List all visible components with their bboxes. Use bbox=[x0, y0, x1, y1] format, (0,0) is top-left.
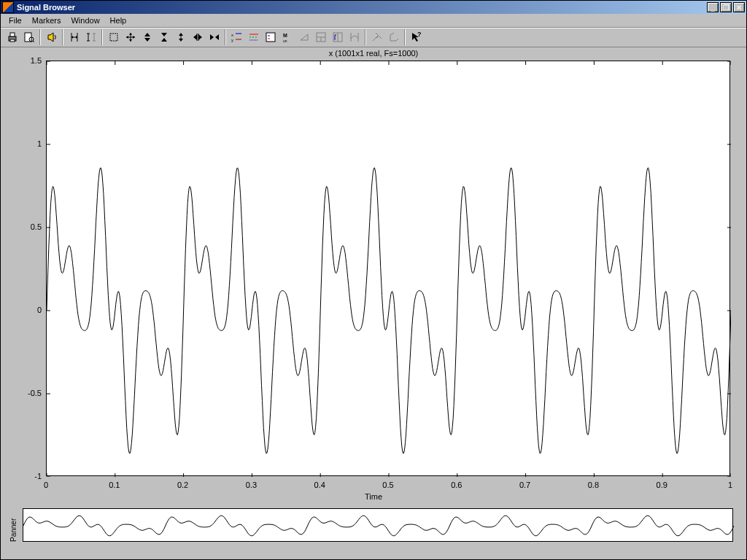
client-area: x (1001x1 real, Fs=1000) -1-0.500.511.5 … bbox=[1, 47, 746, 559]
y-tick-label: 0.5 bbox=[5, 222, 42, 231]
array-plot-button[interactable] bbox=[385, 29, 402, 45]
svg-point-62 bbox=[376, 36, 378, 38]
svg-line-5 bbox=[33, 41, 34, 42]
svg-text:M: M bbox=[283, 33, 287, 38]
panel-b-icon bbox=[332, 31, 344, 43]
slope-button[interactable] bbox=[295, 29, 312, 45]
panner-label: Panner bbox=[9, 518, 18, 542]
x-tick-label: 0.7 bbox=[519, 481, 530, 489]
select-region-button[interactable] bbox=[66, 29, 82, 45]
complex-plot-icon bbox=[371, 31, 383, 43]
print-icon bbox=[7, 31, 18, 43]
svg-marker-30 bbox=[179, 39, 183, 42]
line-color-icon bbox=[248, 31, 260, 43]
zoom-y-icon bbox=[175, 31, 187, 43]
panner-axes[interactable] bbox=[23, 508, 733, 542]
toggle-axis-button[interactable]: xy bbox=[228, 29, 245, 45]
complex-plot-button[interactable] bbox=[368, 29, 385, 45]
svg-marker-25 bbox=[144, 33, 150, 36]
zoom-in-y-icon bbox=[142, 31, 153, 43]
play-sound-button[interactable] bbox=[43, 29, 60, 45]
x-axis-label: Time bbox=[1, 492, 746, 501]
svg-rect-18 bbox=[110, 34, 117, 41]
legend-button[interactable] bbox=[262, 29, 279, 45]
toolbar-separator bbox=[404, 29, 406, 45]
x-tick-label: 0.8 bbox=[588, 481, 599, 489]
toolbar-separator bbox=[39, 29, 41, 45]
panner-plot bbox=[23, 509, 734, 542]
svg-line-60 bbox=[373, 35, 379, 41]
help-pointer-icon: ? bbox=[411, 31, 422, 43]
svg-marker-26 bbox=[144, 38, 150, 42]
menu-window[interactable]: Window bbox=[66, 15, 104, 26]
zoom-out-x-button[interactable] bbox=[206, 29, 222, 45]
menu-markers[interactable]: Markers bbox=[27, 15, 66, 26]
x-tick-label: 0.5 bbox=[382, 481, 393, 489]
track-icon bbox=[349, 31, 360, 43]
y-tick-label: -1 bbox=[5, 472, 42, 481]
close-button[interactable]: ✕ bbox=[733, 2, 745, 12]
array-plot-icon bbox=[388, 31, 400, 43]
help-pointer-button[interactable]: ? bbox=[408, 29, 425, 45]
svg-marker-23 bbox=[126, 36, 128, 39]
svg-line-66 bbox=[396, 39, 398, 41]
toggle-axis-icon: xy bbox=[231, 31, 243, 43]
minimize-button[interactable]: _ bbox=[707, 2, 719, 12]
panel-b-button[interactable] bbox=[329, 29, 346, 45]
y-tick-label: 1 bbox=[5, 139, 42, 148]
maximize-button[interactable]: ❐ bbox=[720, 2, 732, 12]
app-window: Signal Browser _ ❐ ✕ File Markers Window… bbox=[0, 0, 747, 560]
toolbar: xyMon? bbox=[1, 28, 746, 47]
svg-rect-2 bbox=[10, 39, 15, 42]
svg-line-50 bbox=[301, 34, 308, 40]
panel-a-icon bbox=[315, 31, 327, 43]
zoom-in-x-icon bbox=[192, 31, 204, 43]
zoom-out-x-icon bbox=[209, 31, 220, 43]
svg-marker-6 bbox=[48, 33, 53, 42]
svg-marker-37 bbox=[215, 34, 219, 40]
svg-marker-28 bbox=[161, 38, 167, 42]
plot-title: x (1001x1 real, Fs=1000) bbox=[1, 49, 746, 58]
zoom-box-icon bbox=[108, 31, 120, 43]
markers-toggle-button[interactable]: Mon bbox=[279, 29, 295, 45]
svg-marker-24 bbox=[133, 36, 135, 39]
zoom-in-x-button[interactable] bbox=[189, 29, 206, 45]
zoom-box-button[interactable] bbox=[105, 29, 122, 45]
main-axes[interactable] bbox=[46, 61, 730, 476]
svg-marker-27 bbox=[161, 33, 167, 36]
zoom-in-y-button[interactable] bbox=[139, 29, 155, 45]
svg-line-61 bbox=[376, 33, 382, 39]
menu-file[interactable]: File bbox=[4, 15, 27, 26]
app-icon bbox=[2, 1, 14, 13]
select-signal-icon bbox=[85, 31, 97, 43]
svg-text:?: ? bbox=[417, 31, 422, 38]
slope-icon bbox=[298, 31, 310, 43]
zoom-y-button[interactable] bbox=[172, 29, 189, 45]
legend-icon bbox=[265, 31, 276, 43]
window-title: Signal Browser bbox=[17, 3, 75, 12]
line-color-button[interactable] bbox=[245, 29, 262, 45]
svg-line-65 bbox=[390, 33, 394, 35]
x-tick-label: 0.9 bbox=[657, 481, 667, 489]
select-signal-button[interactable] bbox=[82, 29, 99, 45]
print-preview-button[interactable] bbox=[20, 29, 37, 45]
svg-rect-45 bbox=[266, 33, 275, 42]
print-preview-icon bbox=[23, 31, 35, 43]
x-tick-label: 0 bbox=[44, 481, 48, 489]
svg-marker-21 bbox=[129, 33, 132, 35]
menu-help[interactable]: Help bbox=[105, 15, 132, 26]
y-tick-label: -0.5 bbox=[5, 389, 42, 397]
print-button[interactable] bbox=[4, 29, 20, 45]
svg-marker-36 bbox=[210, 34, 214, 40]
x-tick-label: 0.1 bbox=[109, 481, 120, 489]
svg-text:x: x bbox=[231, 33, 233, 37]
y-tick-label: 0 bbox=[5, 306, 42, 314]
svg-text:on: on bbox=[283, 39, 287, 43]
zoom-out-y-button[interactable] bbox=[155, 29, 172, 45]
svg-marker-22 bbox=[129, 39, 132, 42]
panel-a-button[interactable] bbox=[312, 29, 329, 45]
track-button[interactable] bbox=[346, 29, 363, 45]
svg-marker-29 bbox=[179, 33, 183, 36]
titlebar: Signal Browser _ ❐ ✕ bbox=[1, 1, 746, 14]
zoom-full-button[interactable] bbox=[122, 29, 139, 45]
